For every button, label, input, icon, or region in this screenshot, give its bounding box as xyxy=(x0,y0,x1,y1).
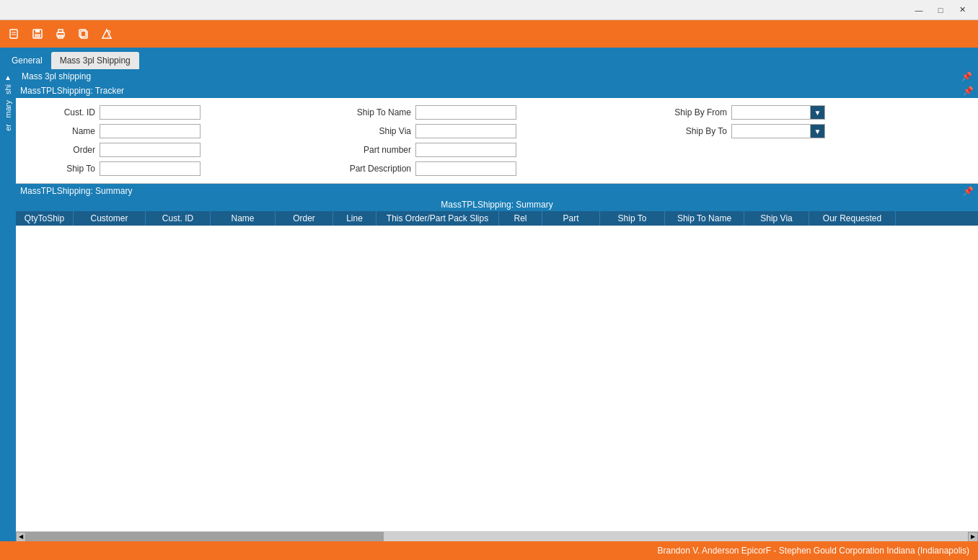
ship-to-name-row: Ship To Name xyxy=(346,105,648,120)
col-header-shiptoname: Ship To Name xyxy=(665,211,744,226)
maximize-button[interactable]: □ xyxy=(930,2,951,18)
part-number-label: Part number xyxy=(346,145,411,155)
part-desc-row: Part Description xyxy=(346,161,648,176)
ship-by-to-dropdown[interactable]: ▼ xyxy=(811,124,825,138)
order-row: Order xyxy=(30,143,332,157)
cust-id-label: Cust. ID xyxy=(30,107,95,117)
scroll-thumb[interactable] xyxy=(26,532,384,542)
col-header-rel: Rel xyxy=(499,211,542,226)
order-label: Order xyxy=(30,145,95,155)
ship-via-label: Ship Via xyxy=(346,126,411,136)
col-header-part: Part xyxy=(542,211,600,226)
ship-to-name-input[interactable] xyxy=(415,105,516,120)
col-header-order: Order xyxy=(276,211,333,226)
tracker-form: Cust. ID Name Order Ship To xyxy=(30,105,964,176)
svg-rect-7 xyxy=(58,30,63,32)
main-content: ▲ shi mary er Mass 3pl shipping 📌 MassTP… xyxy=(0,69,978,541)
ship-by-to-row: Ship By To ▼ xyxy=(662,124,964,138)
scroll-left-button[interactable]: ◀ xyxy=(16,532,26,542)
toolbar: ? xyxy=(0,20,978,48)
title-bar: — □ ✕ xyxy=(0,0,978,20)
ship-to-input[interactable] xyxy=(100,161,201,176)
summary-pin-icon[interactable]: 📌 xyxy=(963,186,974,196)
summary-section-header: MassTPLShipping: Summary 📌 xyxy=(16,184,978,198)
name-input[interactable] xyxy=(100,124,201,138)
minimize-button[interactable]: — xyxy=(909,2,929,18)
table-body xyxy=(16,226,978,531)
svg-rect-0 xyxy=(10,30,17,38)
scroll-right-button[interactable]: ▶ xyxy=(968,532,978,542)
mass3pl-header: Mass 3pl shipping 📌 xyxy=(16,69,978,84)
sidebar: ▲ shi mary er xyxy=(0,69,16,541)
sidebar-item-mary[interactable]: mary xyxy=(2,97,14,120)
ship-by-from-row: Ship By From ▼ xyxy=(662,105,964,120)
part-desc-label: Part Description xyxy=(346,164,411,174)
ship-to-row: Ship To xyxy=(30,161,332,176)
new-button[interactable] xyxy=(4,24,25,44)
mass3pl-title: Mass 3pl shipping xyxy=(22,71,91,81)
tracker-panel: Cust. ID Name Order Ship To xyxy=(16,98,978,184)
col-header-name: Name xyxy=(211,211,276,226)
tracker-header-title: MassTPLShipping: Tracker xyxy=(20,86,124,96)
part-number-input[interactable] xyxy=(415,143,516,157)
tab-bar: General Mass 3pl Shipping xyxy=(0,48,978,69)
tracker-pin-icon[interactable]: 📌 xyxy=(963,86,974,96)
col-header-shipto: Ship To xyxy=(600,211,665,226)
col-header-qty: QtyToShip xyxy=(16,211,74,226)
svg-rect-4 xyxy=(35,30,40,32)
ship-by-from-label: Ship By From xyxy=(662,107,727,117)
copy-button[interactable] xyxy=(74,24,94,44)
save-button[interactable] xyxy=(27,24,48,44)
tab-mass3pl[interactable]: Mass 3pl Shipping xyxy=(51,52,139,69)
tab-general[interactable]: General xyxy=(3,52,51,69)
summary-header-title: MassTPLShipping: Summary xyxy=(20,186,132,196)
col-header-ourreq: Our Requested xyxy=(809,211,896,226)
svg-rect-5 xyxy=(35,34,40,37)
ship-by-from-input[interactable] xyxy=(731,105,811,120)
name-label: Name xyxy=(30,126,95,136)
summary-table-title: MassTPLShipping: Summary xyxy=(16,198,978,211)
part-number-row: Part number xyxy=(346,143,648,157)
ship-via-input[interactable] xyxy=(415,124,516,138)
part-desc-input[interactable] xyxy=(415,161,516,176)
close-button[interactable]: ✕ xyxy=(952,2,972,18)
col-header-customer: Customer xyxy=(74,211,146,226)
help-button[interactable]: ? xyxy=(97,24,117,44)
col-header-line: Line xyxy=(333,211,376,226)
ship-to-name-label: Ship To Name xyxy=(346,107,411,117)
table-header: QtyToShip Customer Cust. ID Name Order L… xyxy=(16,211,978,226)
window-controls: — □ ✕ xyxy=(909,2,972,18)
status-bar: Brandon V. Anderson EpicorF - Stephen Go… xyxy=(0,541,978,560)
col-header-shipvia: Ship Via xyxy=(744,211,809,226)
ship-to-label: Ship To xyxy=(30,164,95,174)
horizontal-scrollbar: ◀ ▶ xyxy=(16,531,978,541)
ship-by-to-container: ▼ xyxy=(731,124,825,138)
scroll-track[interactable] xyxy=(26,532,968,542)
ship-by-to-input[interactable] xyxy=(731,124,811,138)
order-input[interactable] xyxy=(100,143,201,157)
ship-via-row: Ship Via xyxy=(346,124,648,138)
sidebar-arrow-up[interactable]: ▲ xyxy=(4,74,12,81)
sidebar-item-shi[interactable]: shi xyxy=(2,81,14,97)
ship-by-from-container: ▼ xyxy=(731,105,825,120)
mass3pl-pin[interactable]: 📌 xyxy=(961,71,972,81)
content-area: Mass 3pl shipping 📌 MassTPLShipping: Tra… xyxy=(16,69,978,541)
svg-text:?: ? xyxy=(106,29,111,39)
ship-by-to-label: Ship By To xyxy=(662,126,727,136)
cust-id-input[interactable] xyxy=(100,105,201,120)
summary-section: MassTPLShipping: Summary 📌 MassTPLShippi… xyxy=(16,184,978,541)
col-header-custid: Cust. ID xyxy=(146,211,211,226)
name-row: Name xyxy=(30,124,332,138)
print-button[interactable] xyxy=(50,24,71,44)
status-text: Brandon V. Anderson EpicorF - Stephen Go… xyxy=(658,546,970,556)
cust-id-row: Cust. ID xyxy=(30,105,332,120)
ship-by-from-dropdown[interactable]: ▼ xyxy=(811,105,825,120)
col-header-packslips: This Order/Part Pack Slips xyxy=(376,211,499,226)
tracker-section-header: MassTPLShipping: Tracker 📌 xyxy=(16,84,978,98)
sidebar-item-er[interactable]: er xyxy=(2,121,14,134)
